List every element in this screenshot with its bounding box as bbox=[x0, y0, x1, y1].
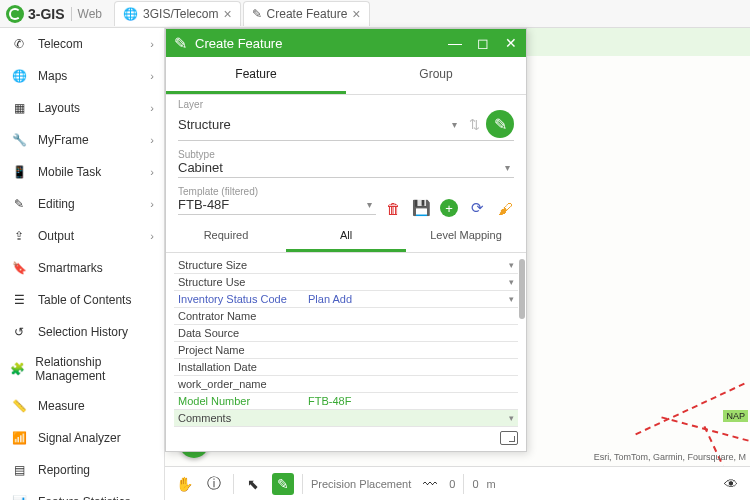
sidebar-item-output[interactable]: ⇪Output› bbox=[0, 220, 164, 252]
attr-row[interactable]: Comments▾ bbox=[174, 410, 518, 427]
save-icon[interactable]: 💾 bbox=[412, 199, 430, 217]
sidebar-item-toc[interactable]: ☰Table of Contents bbox=[0, 284, 164, 316]
sidebar-item-editing[interactable]: ✎Editing› bbox=[0, 188, 164, 220]
sidebar-item-label: Relationship Management bbox=[35, 355, 154, 383]
value-zero: 0 bbox=[449, 478, 455, 490]
sidebar-item-layouts[interactable]: ▦Layouts› bbox=[0, 92, 164, 124]
layers-icon: ☰ bbox=[10, 291, 28, 309]
sidebar-item-label: MyFrame bbox=[38, 133, 89, 147]
close-icon[interactable]: × bbox=[223, 6, 231, 22]
attr-row[interactable]: Installation Date bbox=[174, 359, 518, 376]
attr-row[interactable]: Contrator Name bbox=[174, 308, 518, 325]
excel-icon: ▤ bbox=[10, 461, 28, 479]
chevron-right-icon: › bbox=[150, 166, 154, 178]
draw-tool-button[interactable]: ✎ bbox=[486, 110, 514, 138]
sidebar-item-reporting[interactable]: ▤Reporting bbox=[0, 454, 164, 486]
stats-icon: 📊 bbox=[10, 493, 28, 500]
sidebar-item-stats[interactable]: 📊Feature Statistics bbox=[0, 486, 164, 500]
attr-row[interactable]: Project Name bbox=[174, 342, 518, 359]
expand-icon[interactable] bbox=[500, 431, 518, 445]
brand-name: 3-GIS bbox=[28, 6, 65, 22]
pan-icon[interactable]: ✋ bbox=[173, 473, 195, 495]
app-tab-label: Create Feature bbox=[267, 7, 348, 21]
attr-row[interactable]: Inventory Status CodePlan Add▾ bbox=[174, 291, 518, 308]
tab-group[interactable]: Group bbox=[346, 57, 526, 94]
template-label: Template (filtered) bbox=[178, 186, 514, 197]
sidebar-item-telecom[interactable]: ✆Telecom› bbox=[0, 28, 164, 60]
close-icon[interactable]: × bbox=[352, 6, 360, 22]
app-tab-create-feature[interactable]: ✎ Create Feature × bbox=[243, 1, 370, 26]
unit-label: m bbox=[487, 478, 496, 490]
close-icon[interactable]: ✕ bbox=[504, 35, 518, 51]
pencil-icon: ✎ bbox=[10, 195, 28, 213]
attr-row[interactable]: Structure Size▾ bbox=[174, 257, 518, 274]
bottom-toolbar: ✋ ⓘ ⬉ ✎ Precision Placement 〰 0 0 m 👁 bbox=[165, 466, 750, 500]
app-topbar: 3-GIS Web 🌐 3GIS/Telecom × ✎ Create Feat… bbox=[0, 0, 750, 28]
sidebar-item-measure[interactable]: 📏Measure bbox=[0, 390, 164, 422]
delete-icon[interactable]: 🗑 bbox=[384, 199, 402, 217]
minimize-icon[interactable]: — bbox=[448, 35, 462, 51]
chevron-right-icon: › bbox=[150, 134, 154, 146]
history-icon: ↺ bbox=[10, 323, 28, 341]
tab-feature[interactable]: Feature bbox=[166, 57, 346, 94]
tab-level-mapping[interactable]: Level Mapping bbox=[406, 221, 526, 252]
chevron-right-icon: › bbox=[150, 70, 154, 82]
arrange-icon[interactable]: ⇅ bbox=[469, 117, 480, 132]
sidebar-item-label: Layouts bbox=[38, 101, 80, 115]
sidebar-item-relationship[interactable]: 🧩Relationship Management bbox=[0, 348, 164, 390]
layer-select[interactable]: Structure bbox=[178, 117, 448, 132]
info-icon[interactable]: ⓘ bbox=[203, 473, 225, 495]
sidebar-item-label: Maps bbox=[38, 69, 67, 83]
subtype-select[interactable]: Cabinet bbox=[178, 160, 501, 175]
feature-group-tabs: Feature Group bbox=[166, 57, 526, 95]
layer-label: Layer bbox=[178, 99, 514, 110]
puzzle-icon: 🧩 bbox=[10, 360, 25, 378]
sidebar-item-smartmarks[interactable]: 🔖Smartmarks bbox=[0, 252, 164, 284]
sidebar-item-label: Smartmarks bbox=[38, 261, 103, 275]
chevron-down-icon[interactable]: ▾ bbox=[501, 162, 514, 173]
attribute-table: Structure Size▾ Structure Use▾ Inventory… bbox=[166, 253, 526, 427]
app-tabs: 🌐 3GIS/Telecom × ✎ Create Feature × bbox=[114, 1, 369, 26]
tab-all[interactable]: All bbox=[286, 221, 406, 252]
sidebar-item-myframe[interactable]: 🔧MyFrame› bbox=[0, 124, 164, 156]
wrench-icon: 🔧 bbox=[10, 131, 28, 149]
map-canvas[interactable]: NAP Esri, TomTom, Garmin, Foursquare, M … bbox=[165, 28, 750, 500]
sidebar-item-label: Output bbox=[38, 229, 74, 243]
chevron-down-icon[interactable]: ▾ bbox=[448, 119, 461, 130]
pointer-icon[interactable]: ⬉ bbox=[242, 473, 264, 495]
sidebar-item-label: Reporting bbox=[38, 463, 90, 477]
template-select[interactable]: FTB-48F bbox=[178, 197, 363, 212]
chevron-down-icon[interactable]: ▾ bbox=[363, 199, 376, 210]
map-line bbox=[635, 383, 745, 436]
brand-logo: 3-GIS Web bbox=[6, 5, 102, 23]
attr-row[interactable]: Model NumberFTB-48F bbox=[174, 393, 518, 410]
maximize-icon[interactable]: ◻ bbox=[476, 35, 490, 51]
app-tab-telecom[interactable]: 🌐 3GIS/Telecom × bbox=[114, 1, 241, 26]
line-icon[interactable]: 〰 bbox=[419, 473, 441, 495]
logo-icon bbox=[6, 5, 24, 23]
sidebar-item-maps[interactable]: 🌐Maps› bbox=[0, 60, 164, 92]
scrollbar[interactable] bbox=[519, 259, 525, 319]
sidebar-item-label: Mobile Task bbox=[38, 165, 101, 179]
sidebar-item-signal[interactable]: 📶Signal Analyzer bbox=[0, 422, 164, 454]
brush-icon[interactable]: 🖌 bbox=[496, 199, 514, 217]
layout-icon: ▦ bbox=[10, 99, 28, 117]
mobile-icon: 📱 bbox=[10, 163, 28, 181]
create-feature-panel: ✎ Create Feature — ◻ ✕ Feature Group Lay… bbox=[165, 28, 527, 452]
panel-header[interactable]: ✎ Create Feature — ◻ ✕ bbox=[166, 29, 526, 57]
signal-icon: 📶 bbox=[10, 429, 28, 447]
sidebar-item-label: Selection History bbox=[38, 325, 128, 339]
tab-required[interactable]: Required bbox=[166, 221, 286, 252]
sync-icon[interactable]: ⟳ bbox=[468, 199, 486, 217]
attr-row[interactable]: Data Source bbox=[174, 325, 518, 342]
attr-row[interactable]: work_order_name bbox=[174, 376, 518, 393]
sidebar-item-label: Editing bbox=[38, 197, 75, 211]
sidebar-item-selection-history[interactable]: ↺Selection History bbox=[0, 316, 164, 348]
sidebar-item-mobile-task[interactable]: 📱Mobile Task› bbox=[0, 156, 164, 188]
add-icon[interactable]: + bbox=[440, 199, 458, 217]
draw-icon[interactable]: ✎ bbox=[272, 473, 294, 495]
precision-label: Precision Placement bbox=[311, 478, 411, 490]
visibility-icon[interactable]: 👁 bbox=[720, 473, 742, 495]
chevron-right-icon: › bbox=[150, 102, 154, 114]
attr-row[interactable]: Structure Use▾ bbox=[174, 274, 518, 291]
